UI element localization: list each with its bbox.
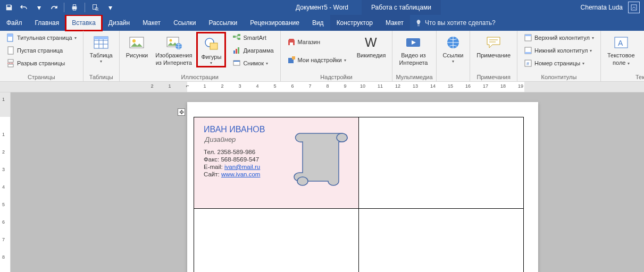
quick-parts-button[interactable]: ▾ (641, 32, 644, 44)
tab-review[interactable]: Рецензирование (244, 15, 306, 31)
footer-button[interactable]: Нижний колонтитул ▾ (521, 45, 597, 56)
scroll-shape-icon[interactable] (291, 127, 350, 191)
quick-access-toolbar: ▾ ▾ (0, 2, 116, 13)
svg-rect-1 (73, 5, 76, 7)
smartart-button[interactable]: SmartArt (229, 32, 277, 44)
online-pictures-icon (165, 34, 182, 51)
shapes-button[interactable]: Фигуры▾ (198, 33, 224, 66)
shapes-highlight: Фигуры▾ (196, 32, 226, 67)
tab-insert[interactable]: Вставка (65, 15, 102, 31)
tab-layout[interactable]: Макет (136, 15, 167, 31)
svg-rect-43 (525, 35, 531, 36)
qat-customize-icon[interactable]: ▾ (104, 2, 116, 13)
group-addins-label: Надстройки (284, 73, 389, 81)
group-header-footer-label: Колонтитулы (521, 73, 597, 81)
user-name[interactable]: Chernata Luda (581, 4, 623, 11)
blank-page-button[interactable]: Пустая страница (3, 45, 80, 56)
links-button[interactable]: Ссылки▾ (440, 32, 467, 64)
comment-button[interactable]: Примечание (473, 32, 514, 58)
chart-icon (232, 46, 241, 55)
horizontal-ruler[interactable]: 2112345678910111213141516171819⌐ (0, 82, 644, 92)
group-links: Ссылки▾ (437, 31, 471, 81)
undo-dropdown-icon[interactable]: ▾ (33, 2, 45, 13)
separator (85, 3, 85, 12)
table-icon (93, 34, 110, 51)
svg-point-22 (169, 39, 172, 42)
svg-text:A: A (618, 39, 623, 47)
tab-mailings[interactable]: Рассылки (202, 15, 244, 31)
tell-me-placeholder: Что вы хотите сделать? (425, 19, 496, 27)
table-cell[interactable] (194, 209, 359, 273)
document-canvas[interactable]: ✥ ИВАН ИВАНОВ Дизайнер Тел. 2358-589-986… (11, 92, 644, 272)
table-cell[interactable] (359, 117, 524, 209)
group-header-footer: Верхний колонтитул ▾ Нижний колонтитул ▾… (517, 31, 601, 81)
wikipedia-button[interactable]: W Википедия (354, 32, 389, 58)
svg-rect-26 (233, 36, 236, 38)
tab-design[interactable]: Дизайн (102, 15, 136, 31)
svg-rect-30 (236, 49, 237, 54)
quick-print-icon[interactable] (69, 2, 80, 13)
table-row (194, 209, 524, 273)
table-button[interactable]: Таблица▾ (87, 32, 116, 64)
header-button[interactable]: Верхний колонтитул ▾ (521, 32, 597, 44)
tab-home[interactable]: Главная (29, 15, 66, 31)
tab-references[interactable]: Ссылки (167, 15, 202, 31)
separator (64, 3, 64, 12)
work-area: 112345678 ✥ ИВАН ИВАНОВ Дизайнер Тел. 23… (0, 92, 644, 272)
store-button[interactable]: Магазин (284, 36, 349, 48)
tab-view[interactable]: Вид (306, 15, 330, 31)
table-cell[interactable] (359, 209, 524, 273)
svg-text:W: W (365, 35, 377, 49)
tab-layout2[interactable]: Макет (379, 15, 410, 31)
document-title: Документ5 - Word (296, 4, 348, 11)
svg-rect-33 (233, 61, 240, 62)
my-addins-button[interactable]: Мои надстройки ▾ (284, 54, 349, 66)
business-card: ИВАН ИВАНОВ Дизайнер Тел. 2358-589-986 Ф… (194, 117, 358, 208)
smartart-icon (232, 33, 241, 42)
undo-icon[interactable] (18, 2, 30, 13)
screenshot-button[interactable]: Снимок ▾ (229, 57, 277, 69)
svg-rect-28 (238, 38, 240, 40)
pictures-button[interactable]: Рисунки (123, 32, 152, 58)
table-move-handle-icon[interactable]: ✥ (178, 108, 185, 116)
group-pages-label: Страницы (3, 73, 80, 81)
page: ✥ ИВАН ИВАНОВ Дизайнер Тел. 2358-589-986… (187, 102, 538, 272)
save-icon[interactable] (3, 2, 15, 13)
wordart-button[interactable]: A▾ (641, 45, 644, 56)
table-tools-header: Работа с таблицами (362, 0, 441, 15)
document-table[interactable]: ИВАН ИВАНОВ Дизайнер Тел. 2358-589-986 Ф… (194, 117, 524, 272)
tab-constructor[interactable]: Конструктор (330, 15, 379, 31)
menu-bar: Файл Главная Вставка Дизайн Макет Ссылки… (0, 15, 644, 31)
svg-rect-31 (238, 47, 239, 54)
online-video-button[interactable]: Видео из Интернета (396, 32, 431, 66)
svg-rect-45 (525, 52, 531, 54)
page-break-icon (6, 59, 15, 67)
svg-point-20 (132, 39, 136, 42)
group-tables-label: Таблицы (87, 73, 116, 81)
addins-icon (287, 56, 296, 64)
group-text: A Текстовое поле ▾ ▾ A▾ A▾ ▾ ▾ Текст (601, 31, 644, 81)
svg-rect-3 (93, 5, 97, 10)
page-break-button[interactable]: Разрыв страницы (3, 57, 80, 69)
redo-icon[interactable] (48, 2, 60, 13)
shapes-icon (203, 36, 220, 53)
ribbon-options-icon[interactable] (628, 2, 640, 13)
online-pictures-button[interactable]: Изображения из Интернета (152, 32, 195, 66)
drop-cap-button[interactable]: A▾ (641, 57, 644, 69)
vertical-ruler[interactable]: 112345678 (0, 92, 11, 272)
svg-rect-29 (233, 50, 235, 54)
page-number-button[interactable]: #Номер страницы ▾ (521, 57, 597, 69)
tab-file[interactable]: Файл (0, 15, 29, 31)
video-icon (405, 34, 422, 51)
cover-page-button[interactable]: Титульная страница ▾ (3, 32, 80, 44)
print-preview-icon[interactable] (89, 2, 101, 13)
textbox-button[interactable]: A Текстовое поле ▾ (604, 32, 638, 66)
table-cell[interactable]: ИВАН ИВАНОВ Дизайнер Тел. 2358-589-986 Ф… (194, 117, 359, 209)
svg-rect-10 (8, 60, 13, 62)
cover-page-icon (6, 33, 15, 42)
svg-rect-25 (210, 43, 218, 49)
svg-rect-8 (7, 34, 13, 37)
chart-button[interactable]: Диаграмма (229, 45, 277, 56)
group-addins: Магазин Мои надстройки ▾ W Википедия Над… (281, 31, 393, 81)
tell-me-search[interactable]: Что вы хотите сделать? (410, 15, 501, 31)
